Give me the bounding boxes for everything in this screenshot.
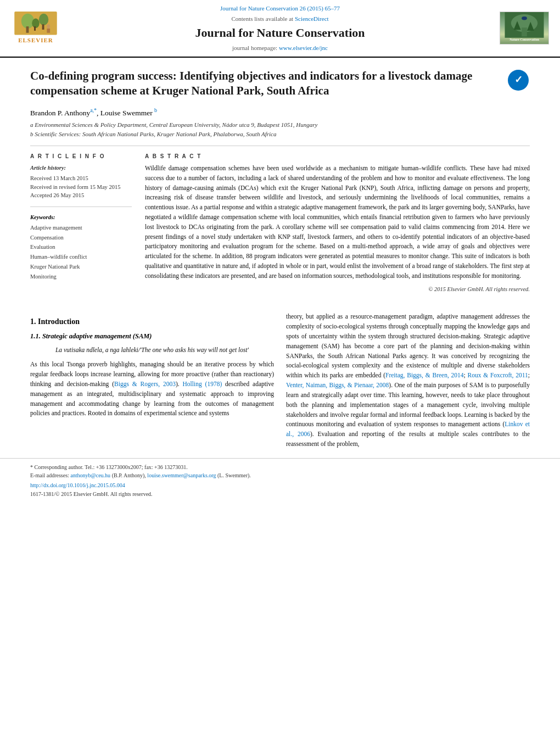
revised-line: Received in revised form 15 May 2015 [30,183,132,192]
keyword-2: Compensation [30,233,132,243]
subsection-title: 1.1. Strategic adaptive management (SAM) [30,332,274,342]
elsevier-logo: ELSEVIER [11,12,60,44]
author-affiliations: a Environmental Sciences & Policy Depart… [30,120,530,139]
title-section: Co-defining program success: Identifying… [30,69,530,99]
sciencedirect-link[interactable]: ScienceDirect [295,15,329,22]
svg-point-7 [47,25,50,29]
received-line: Received 13 March 2015 [30,174,132,183]
intro-left-col: 1. Introduction 1.1. Strategic adaptive … [30,312,274,453]
svg-rect-4 [42,25,44,30]
history-label: Article history: [30,164,132,173]
article-info-col: A R T I C L E I N F O Article history: R… [30,153,132,293]
elsevier-tree-icon [14,12,58,35]
corresponding-note: * Corresponding author. Tel.: +36 132730… [30,463,530,471]
svg-point-1 [21,14,34,29]
divider-2 [30,207,132,207]
crossmark-icon: ✓ [508,70,529,91]
main-content: 1. Introduction 1.1. Strategic adaptive … [0,312,560,453]
keyword-3: Evaluation [30,242,132,252]
subsection-num: 1.1. [30,332,42,340]
affil-b: b Scientific Services: South African Nat… [30,130,530,139]
elsevier-wordmark: ELSEVIER [18,36,53,44]
doi-link[interactable]: http://dx.doi.org/10.1016/j.jnc.2015.05.… [30,482,125,488]
doi-line: http://dx.doi.org/10.1016/j.jnc.2015.05.… [30,482,530,489]
homepage-url[interactable]: www.elsevier.de/jnc [279,44,328,51]
ref-linkov[interactable]: Linkov et al., 2006 [286,421,530,437]
abstract-heading: A B S T R A C T [145,153,530,160]
journal-ref-line: Journal for Nature Conservation 26 (2015… [71,4,489,13]
email-line: E-mail addresses: anthonyb@ceu.hu (B.P. … [30,471,530,479]
article-history: Article history: Received 13 March 2015 … [30,164,132,200]
intro-section-title: 1. Introduction [30,316,274,327]
subsection-title-text: Strategic adaptive management (SAM) [42,332,152,340]
intro-num: 1. [30,317,38,326]
accepted-line: Accepted 26 May 2015 [30,191,132,200]
crossmark-badge: ✓ [507,69,530,92]
email1-person: (B.P. Anthony), [112,472,146,478]
journal-title: Journal for Nature Conservation [71,25,489,42]
journal-homepage: journal homepage: www.elsevier.de/jnc [71,44,489,52]
authors-section: Brandon P. Anthonya,*, Louise Swemmer b … [30,107,530,139]
author-a-sup: a,* [90,107,97,113]
page: ELSEVIER Journal for Nature Conservation… [0,0,560,742]
nc-logo-image [500,12,548,38]
email2-link[interactable]: louise.swemmer@sanparks.org [147,472,216,478]
contents-label: Contents lists available at [231,15,293,22]
copyright-footer: 1617-1381/© 2015 Elsevier GmbH. All righ… [30,490,530,498]
intro-title: Introduction [38,317,80,326]
keyword-1: Adaptive management [30,223,132,233]
article-title: Co-defining program success: Identifying… [30,69,501,99]
ref-biggs-rogers[interactable]: Biggs & Rogers, 2003 [114,381,176,387]
divider-1 [30,146,530,146]
ref-holling[interactable]: Holling (1978) [183,381,222,387]
two-col-info-abstract: A R T I C L E I N F O Article history: R… [30,153,530,293]
intro-quote: La vutisaka ndlela, a nga lahleki/'The o… [30,345,274,355]
svg-rect-6 [34,27,36,31]
header-center: Journal for Nature Conservation 26 (2015… [60,4,500,52]
svg-rect-2 [26,27,29,34]
abstract-copyright: © 2015 Elsevier GmbH. All rights reserve… [145,286,530,294]
intro-right-col: theory, but applied as a resource-manage… [286,312,530,453]
email-label: E-mail addresses: [30,472,69,478]
ref-roux[interactable]: Roux & Foxcroft, 2011 [468,372,528,378]
keywords-label: Keywords: [30,214,132,222]
email1-link[interactable]: anthonyb@ceu.hu [70,472,110,478]
svg-point-3 [39,14,48,25]
keywords-list: Adaptive management Compensation Evaluat… [30,223,132,282]
intro-para1: As this local Tsonga proverb highlights,… [30,360,274,419]
svg-point-14 [522,17,527,20]
nature-conservation-logo: Nature Conservation NatureConservation [500,12,549,44]
footnotes: * Corresponding author. Tel.: +36 132730… [0,458,560,503]
svg-rect-11 [522,28,527,37]
article-info-heading: A R T I C L E I N F O [30,153,132,160]
svg-rect-8 [47,29,50,33]
keyword-6: Monitoring [30,272,132,282]
keyword-4: Human–wildlife conflict [30,252,132,262]
keywords-block: Keywords: Adaptive management Compensati… [30,214,132,282]
homepage-label: journal homepage: [232,44,277,51]
journal-header: ELSEVIER Journal for Nature Conservation… [0,0,560,58]
author-names: Brandon P. Anthonya,*, Louise Swemmer b [30,107,530,118]
article-body: Co-defining program success: Identifying… [0,58,560,312]
abstract-col: A B S T R A C T Wildlife damage compensa… [145,153,530,293]
email2-person: (L. Swemmer). [217,472,251,478]
affil-a: a Environmental Sciences & Policy Depart… [30,120,530,130]
abstract-text: Wildlife damage compensation schemes hav… [145,164,530,281]
author-b-sup: b [154,107,157,113]
intro-para2: theory, but applied as a resource-manage… [286,312,530,449]
ref-venter[interactable]: Venter, Naiman, Biggs, & Pienaar, 2008 [286,382,389,388]
ref-freitag[interactable]: Freitag, Biggs, & Breen, 2014 [385,372,464,378]
contents-line: Contents lists available at ScienceDirec… [71,15,489,23]
keyword-5: Kruger National Park [30,262,132,272]
